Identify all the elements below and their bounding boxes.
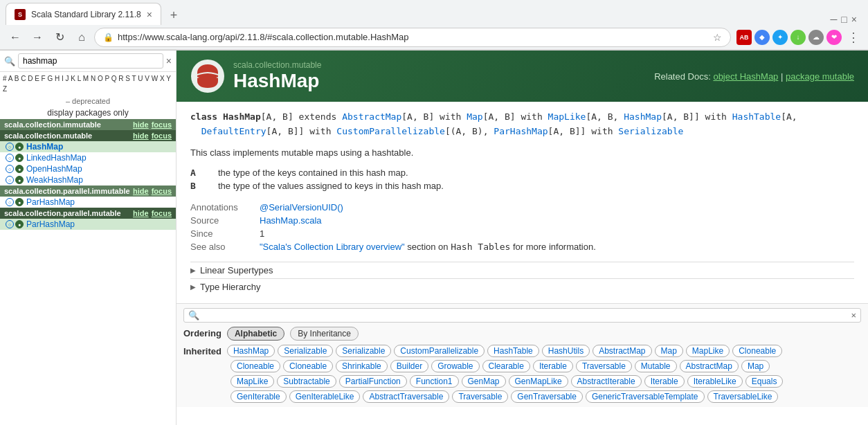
tag-cloneable-3[interactable]: Cloneable	[283, 360, 333, 372]
tag-iterable-1[interactable]: Iterable	[533, 360, 573, 372]
link-parhashmap-def[interactable]: ParHashMap	[494, 126, 548, 136]
tag-builder[interactable]: Builder	[390, 360, 428, 372]
sidebar-link-openhashmap[interactable]: OpenHashMap	[26, 164, 82, 174]
tag-genmaplike[interactable]: GenMapLike	[509, 375, 568, 388]
sidebar-link-parhashmap-2[interactable]: ParHashMap	[26, 219, 75, 229]
display-packages-link[interactable]: display packages only	[0, 107, 176, 119]
tab-close-button[interactable]: ×	[147, 9, 152, 20]
tag-abstractmap-2[interactable]: AbstractMap	[680, 360, 739, 372]
pkg-mutable-focus[interactable]: focus	[152, 132, 172, 140]
sidebar-item-hashmap[interactable]: ○ ● HashMap	[0, 141, 176, 152]
close-button[interactable]: ×	[851, 14, 857, 25]
pkg-parmut-focus[interactable]: focus	[152, 209, 172, 217]
tag-serializable-2[interactable]: Serializable	[336, 345, 391, 357]
tag-maplike-2[interactable]: MapLike	[230, 375, 274, 388]
sidebar-link-parhashmap-1[interactable]: ParHashMap	[26, 197, 75, 207]
filter-clear-icon[interactable]: ×	[851, 310, 856, 320]
sidebar-link-linkedhashmap[interactable]: LinkedHashMap	[26, 153, 87, 163]
link-map[interactable]: Map	[467, 111, 482, 122]
ordering-by-inheritance-button[interactable]: By Inheritance	[290, 327, 359, 341]
tag-function1[interactable]: Function1	[410, 375, 459, 388]
tag-iterable-2[interactable]: Iterable	[644, 375, 685, 388]
tag-cloneable-1[interactable]: Cloneable	[732, 345, 782, 357]
tag-equals[interactable]: Equals	[745, 375, 784, 388]
breadcrumb[interactable]: scala.collection.mutable	[233, 60, 321, 70]
pkg-parmut-hide[interactable]: hide	[133, 209, 149, 217]
address-bar[interactable]: 🔒 https://www.scala-lang.org/api/2.11.8/…	[94, 28, 731, 47]
pkg-parimm-hide[interactable]: hide	[133, 187, 149, 195]
tag-abstractmap[interactable]: AbstractMap	[593, 345, 651, 357]
home-button[interactable]: ⌂	[72, 28, 91, 47]
link-collection-overview[interactable]: "Scala's Collection Library overview"	[260, 242, 405, 252]
pkg-mutable-hide[interactable]: hide	[133, 132, 149, 140]
maximize-button[interactable]: □	[841, 14, 847, 25]
menu-button[interactable]: ⋮	[844, 30, 862, 45]
related-package-link[interactable]: package mutable	[786, 71, 854, 82]
tag-traversable-2[interactable]: Traversable	[452, 390, 508, 403]
tag-custompar[interactable]: CustomParallelizable	[394, 345, 485, 357]
filter-input[interactable]	[202, 310, 851, 320]
tag-hashmap[interactable]: HashMap	[227, 345, 275, 357]
tag-gentraversable[interactable]: GenTraversable	[511, 390, 583, 403]
tag-iterablelike[interactable]: IterableLike	[687, 375, 743, 388]
tag-growable[interactable]: Growable	[431, 360, 479, 372]
forward-button[interactable]: →	[28, 28, 47, 47]
tag-maplike-1[interactable]: MapLike	[686, 345, 730, 357]
sidebar-item-openhashmap[interactable]: ○ ● OpenHashMap	[0, 163, 176, 174]
sidebar-link-weakhashmap[interactable]: WeakHashMap	[26, 175, 83, 185]
ext-icon-3[interactable]: ↓	[790, 30, 806, 45]
link-serialversionuid[interactable]: @SerialVersionUID()	[260, 202, 343, 212]
filter-search-box[interactable]: 🔍 ×	[183, 308, 861, 323]
tag-map-1[interactable]: Map	[655, 345, 683, 357]
tag-clearable[interactable]: Clearable	[482, 360, 530, 372]
tag-mutable[interactable]: Mutable	[635, 360, 677, 372]
linear-supertypes-expander[interactable]: ▶ Linear Supertypes	[190, 262, 854, 278]
link-maplike[interactable]: MapLike	[548, 111, 586, 122]
type-hierarchy-expander[interactable]: ▶ Type Hierarchy	[190, 278, 854, 295]
tag-traversable-1[interactable]: Traversable	[576, 360, 632, 372]
related-object-link[interactable]: object HashMap	[713, 71, 778, 82]
back-button[interactable]: ←	[6, 28, 25, 47]
tag-cloneable-2[interactable]: Cloneable	[230, 360, 280, 372]
link-defaultentry[interactable]: DefaultEntry	[201, 126, 266, 136]
sidebar-item-par-hashmap-1[interactable]: ○ ● ParHashMap	[0, 197, 176, 208]
pkg-immutable-focus[interactable]: focus	[152, 120, 172, 129]
link-serializable[interactable]: Serializable	[618, 126, 683, 136]
link-hashtable[interactable]: HashTable	[732, 111, 781, 122]
ext-icon-5[interactable]: ❤	[826, 30, 842, 45]
tag-generictraversabletemplate[interactable]: GenericTraversableTemplate	[586, 390, 705, 403]
alpha-bar[interactable]: # A B C D E F G H I J K L M N O P Q R S …	[0, 72, 176, 96]
sidebar-item-linkedhashmap[interactable]: ○ ● LinkedHashMap	[0, 152, 176, 163]
tag-abstracttraversable[interactable]: AbstractTraversable	[363, 390, 449, 403]
bookmark-icon[interactable]: ☆	[713, 32, 722, 43]
tag-geniterablelike[interactable]: GenIterableLike	[289, 390, 361, 403]
minimize-button[interactable]: ─	[830, 14, 837, 25]
browser-tab[interactable]: S Scala Standard Library 2.11.8 ×	[6, 3, 161, 25]
tag-abstractiterable[interactable]: AbstractIterable	[571, 375, 642, 388]
tag-geniterable[interactable]: GenIterable	[230, 390, 287, 403]
tag-hashutils[interactable]: HashUtils	[542, 345, 590, 357]
tag-genmap[interactable]: GenMap	[462, 375, 506, 388]
link-hashmap-param[interactable]: HashMap	[624, 111, 662, 122]
tag-map-2[interactable]: Map	[741, 360, 770, 372]
tag-traversablelike[interactable]: TraversableLike	[707, 390, 779, 403]
link-source-file[interactable]: HashMap.scala	[260, 215, 322, 226]
link-abstractmap[interactable]: AbstractMap	[342, 111, 401, 122]
sidebar-item-weakhashmap[interactable]: ○ ● WeakHashMap	[0, 174, 176, 186]
ordering-alphabetic-button[interactable]: Alphabetic	[227, 327, 284, 341]
adblock-icon[interactable]: AB	[736, 30, 752, 45]
pkg-immutable-hide[interactable]: hide	[133, 120, 149, 129]
tag-shrinkable[interactable]: Shrinkable	[336, 360, 388, 372]
pkg-parimm-focus[interactable]: focus	[152, 187, 172, 195]
ext-icon-1[interactable]: ◆	[754, 30, 770, 45]
sidebar-item-par-hashmap-2[interactable]: ○ ● ParHashMap	[0, 219, 176, 230]
refresh-button[interactable]: ↻	[50, 28, 69, 47]
search-clear-icon[interactable]: ×	[166, 55, 172, 66]
sidebar-link-hashmap[interactable]: HashMap	[26, 142, 63, 152]
ext-icon-2[interactable]: ✦	[772, 30, 788, 45]
new-tab-button[interactable]: +	[164, 6, 183, 25]
search-input[interactable]	[18, 53, 163, 69]
link-custompar[interactable]: CustomParallelizable	[336, 126, 445, 136]
tag-partialfunction[interactable]: PartialFunction	[339, 375, 407, 388]
ext-icon-4[interactable]: ☁	[808, 30, 824, 45]
